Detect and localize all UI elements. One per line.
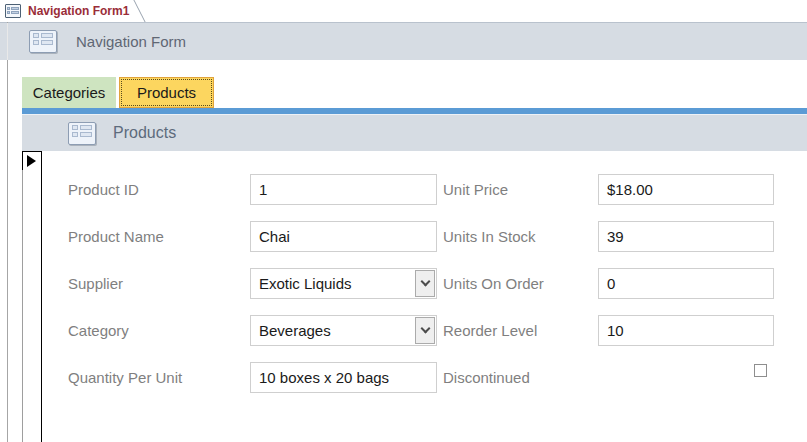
unit-price-input[interactable]: $18.00 (598, 174, 774, 205)
supplier-label: Supplier (68, 268, 123, 299)
product-name-label: Product Name (68, 221, 164, 252)
units-on-order-input[interactable]: 0 (598, 268, 774, 299)
category-dropdown-button[interactable] (415, 317, 435, 344)
discontinued-label: Discontinued (443, 362, 530, 393)
tab-products[interactable]: Products (119, 77, 214, 108)
chevron-down-icon (420, 277, 430, 287)
units-in-stock-input[interactable]: 39 (598, 221, 774, 252)
unit-price-label: Unit Price (443, 174, 508, 205)
quantity-per-unit-input[interactable]: 10 boxes x 20 bags (250, 362, 437, 393)
units-in-stock-control: 39 (598, 221, 774, 252)
current-record-selector[interactable] (22, 151, 42, 170)
category-combo[interactable]: Beverages (250, 315, 437, 346)
chevron-down-icon (420, 324, 430, 334)
field-row-product-name: Product NameChai (68, 221, 448, 268)
field-row-discontinued: Discontinued (443, 362, 783, 409)
current-record-arrow-icon (27, 155, 36, 167)
form-icon (5, 4, 21, 18)
form-left-border (7, 22, 8, 442)
navigation-form-header: Navigation Form (0, 22, 807, 60)
quantity-per-unit-label: Quantity Per Unit (68, 362, 182, 393)
reorder-level-control: 10 (598, 315, 774, 346)
field-row-unit-price: Unit Price$18.00 (443, 174, 783, 221)
quantity-per-unit-control: 10 boxes x 20 bags (250, 362, 437, 393)
field-row-reorder-level: Reorder Level10 (443, 315, 783, 362)
field-row-units-in-stock: Units In Stock39 (443, 221, 783, 268)
product-id-label: Product ID (68, 174, 139, 205)
supplier-control: Exotic Liquids (250, 268, 437, 299)
fields-col-right: Unit Price$18.00Units In Stock39Units On… (443, 174, 783, 409)
tab-categories[interactable]: Categories (22, 77, 116, 108)
reorder-level-input[interactable]: 10 (598, 315, 774, 346)
category-label: Category (68, 315, 129, 346)
supplier-combo[interactable]: Exotic Liquids (250, 268, 437, 299)
form-left-border-highlight (7, 23, 8, 60)
fields-col-left: Product ID1Product NameChaiSupplierExoti… (68, 174, 448, 409)
reorder-level-label: Reorder Level (443, 315, 537, 346)
navigation-tab-strip: Categories Products (22, 77, 214, 108)
field-row-product-id: Product ID1 (68, 174, 448, 221)
navigation-form-title: Navigation Form (76, 33, 186, 50)
record-selector-strip[interactable] (22, 151, 42, 442)
unit-price-control: $18.00 (598, 174, 774, 205)
form-icon (68, 122, 96, 145)
product-name-input[interactable]: Chai (250, 221, 437, 252)
product-id-input[interactable]: 1 (250, 174, 437, 205)
category-control: Beverages (250, 315, 437, 346)
supplier-dropdown-button[interactable] (415, 270, 435, 297)
doc-tab-label: Navigation Form1 (28, 4, 129, 18)
doc-tab-navigation-form1[interactable]: Navigation Form1 (0, 0, 130, 22)
field-row-supplier: SupplierExotic Liquids (68, 268, 448, 315)
document-tab-bar: Navigation Form1 (0, 0, 807, 22)
product-name-control: Chai (250, 221, 437, 252)
product-id-control: 1 (250, 174, 437, 205)
field-row-units-on-order: Units On Order0 (443, 268, 783, 315)
units-on-order-control: 0 (598, 268, 774, 299)
form-icon (29, 30, 57, 53)
field-row-quantity-per-unit: Quantity Per Unit10 boxes x 20 bags (68, 362, 448, 409)
units-on-order-label: Units On Order (443, 268, 544, 299)
products-subform-header: Products (22, 114, 807, 151)
units-in-stock-label: Units In Stock (443, 221, 536, 252)
products-subform-title: Products (113, 124, 176, 142)
products-form-detail: Product ID1Product NameChaiSupplierExoti… (42, 151, 807, 442)
field-row-category: CategoryBeverages (68, 315, 448, 362)
discontinued-checkbox[interactable] (754, 364, 767, 377)
